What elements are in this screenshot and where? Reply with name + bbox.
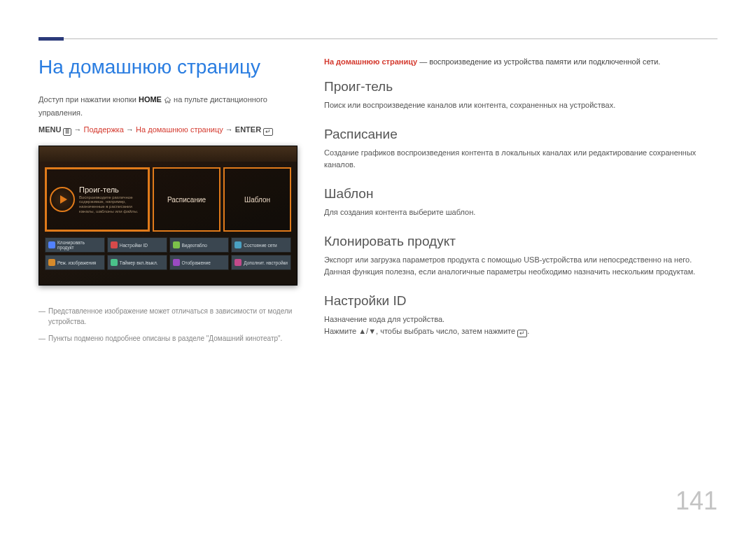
left-column: На домашнюю страницу Доступ при нажатии … xyxy=(38,56,298,353)
p-schedule: Создание графиков воспроизведения контен… xyxy=(324,147,718,171)
updown-glyph: ▲/▼ xyxy=(358,327,376,335)
ss-cell-icon xyxy=(173,241,180,248)
h-schedule: Расписание xyxy=(324,127,718,142)
section-template: Шаблон Для создания контента выберите ша… xyxy=(324,186,718,218)
p-player: Поиск или воспроизведение каналов или ко… xyxy=(324,99,718,111)
p-template: Для создания контента выберите шаблон. xyxy=(324,206,718,218)
h-idsettings: Настройки ID xyxy=(324,293,718,309)
h-template: Шаблон xyxy=(324,186,718,202)
path-enter: ENTER xyxy=(235,125,261,134)
ss-grid: Клонировать продуктНастройки IDВидеотабл… xyxy=(45,237,291,270)
ss-cell-icon xyxy=(111,259,118,266)
embedded-screenshot: Проиг-тель Воспроизводите различное соде… xyxy=(38,146,298,286)
section-idsettings: Настройки ID Назначение кода для устройс… xyxy=(324,293,718,337)
p-clone: Экспорт или загрузка параметров продукта… xyxy=(324,254,718,278)
h-clone: Клонировать продукт xyxy=(324,234,718,249)
ss-tile1-title: Проиг-тель xyxy=(79,185,145,194)
ss-cell-label: Видеотабло xyxy=(182,243,207,248)
p-idsettings-1: Назначение кода для устройства. xyxy=(324,314,718,325)
ss-cell: Клонировать продукт xyxy=(45,237,105,253)
footnote-2: Пункты подменю подробнее описаны в разде… xyxy=(38,334,298,344)
ss-cell-label: Состояние сети xyxy=(244,243,277,248)
right-column: На домашнюю страницу — воспроизведение и… xyxy=(324,56,718,353)
menu-icon: Ⅲ xyxy=(63,128,71,136)
ss-cell-label: Отображение xyxy=(182,260,211,265)
ss-cell-label: Реж. изображения xyxy=(57,260,96,265)
access-pre: Доступ при нажатии кнопки xyxy=(38,95,139,104)
ss-cell: Дополнит. настройки xyxy=(231,255,291,270)
ss-cell-icon xyxy=(48,259,55,266)
ss-tile-schedule: Расписание xyxy=(153,167,220,232)
section-schedule: Расписание Создание графиков воспроизвед… xyxy=(324,127,718,171)
ss-cell-label: Дополнит. настройки xyxy=(244,260,288,265)
ss-cell: Состояние сети xyxy=(231,237,291,253)
ss-cell-label: Клонировать продукт xyxy=(57,240,102,250)
menu-label: MENU xyxy=(38,125,61,134)
ss-cell: Отображение xyxy=(169,255,230,270)
ss-cell-icon xyxy=(111,241,118,248)
ss-tile1-sub: Воспроизводите различное содержимое, нап… xyxy=(79,195,145,213)
ss-cell: Видеотабло xyxy=(169,237,230,253)
ss-cell: Настройки ID xyxy=(107,237,167,253)
enter-icon: ↵ xyxy=(263,128,273,136)
ss-cell-icon xyxy=(48,241,55,248)
page-number: 141 xyxy=(676,486,718,516)
ss-cell-icon xyxy=(173,259,180,266)
header-accent xyxy=(38,37,64,41)
ss-cell: Реж. изображения xyxy=(45,255,105,270)
header-rule xyxy=(38,38,718,39)
access-bold: HOME xyxy=(139,95,162,104)
home-icon xyxy=(164,95,172,107)
section-clone: Клонировать продукт Экспорт или загрузка… xyxy=(324,234,718,278)
p-idsettings-2: Нажмите ▲/▼, чтобы выбрать число, затем … xyxy=(324,325,718,337)
h-player: Проиг-тель xyxy=(324,79,718,94)
lead-bold: На домашнюю страницу xyxy=(324,57,417,66)
page-title: На домашнюю страницу xyxy=(38,56,298,78)
section-player: Проиг-тель Поиск или воспроизведение кан… xyxy=(324,79,718,111)
ss-topband xyxy=(39,146,297,162)
ss-tile-template: Шаблон xyxy=(223,167,291,232)
section-lead: На домашнюю страницу — воспроизведение и… xyxy=(324,56,718,68)
ss-cell-label: Таймер вкл./выкл. xyxy=(120,260,158,265)
ss-cell-icon xyxy=(234,259,241,266)
ss-cell: Таймер вкл./выкл. xyxy=(107,255,167,270)
enter-icon-2: ↵ xyxy=(517,330,527,337)
path-step-1: Поддержка xyxy=(84,125,124,134)
ss-cell-label: Настройки ID xyxy=(120,243,148,248)
footnote-1: Представленное изображение может отличат… xyxy=(38,307,298,327)
lead-rest: — воспроизведение из устройства памяти и… xyxy=(417,57,660,66)
path-step-2: На домашнюю страницу xyxy=(136,125,223,134)
access-text: Доступ при нажатии кнопки HOME на пульте… xyxy=(38,94,298,118)
menu-path: MENU Ⅲ → Поддержка → На домашнюю страниц… xyxy=(38,125,298,136)
ss-cell-icon xyxy=(234,241,241,248)
ss-tile-player: Проиг-тель Воспроизводите различное соде… xyxy=(45,167,150,232)
play-icon xyxy=(50,187,75,212)
